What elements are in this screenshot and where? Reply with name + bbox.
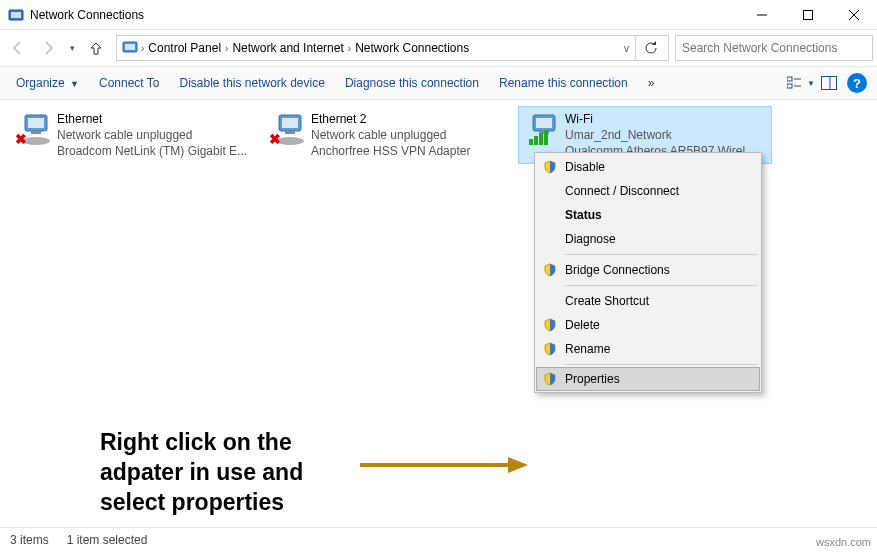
up-button[interactable] xyxy=(82,34,110,62)
menu-item-bridge-connections[interactable]: Bridge Connections xyxy=(537,258,759,282)
adapter-device: Broadcom NetLink (TM) Gigabit E... xyxy=(57,143,257,159)
breadcrumb-item[interactable]: Network Connections xyxy=(351,41,473,55)
svg-rect-25 xyxy=(529,139,533,145)
view-options-button[interactable]: ▼ xyxy=(787,69,815,97)
help-button[interactable]: ? xyxy=(843,69,871,97)
adapter-status: Network cable unplugged xyxy=(311,127,511,143)
content-area: ✖ Ethernet Network cable unplugged Broad… xyxy=(0,100,877,527)
blank-icon xyxy=(541,182,559,200)
ethernet-adapter-icon: ✖ xyxy=(17,111,53,147)
minimize-button[interactable] xyxy=(739,0,785,30)
menu-item-properties[interactable]: Properties xyxy=(536,367,760,391)
command-bar: Organize ▼ Connect To Disable this netwo… xyxy=(0,66,877,100)
address-dropdown[interactable]: v xyxy=(618,43,635,54)
network-adapter-item[interactable]: ✖ Ethernet 2 Network cable unplugged Anc… xyxy=(264,106,518,164)
preview-pane-button[interactable] xyxy=(815,69,843,97)
forward-button[interactable] xyxy=(34,34,62,62)
item-count: 3 items xyxy=(10,533,49,547)
menu-item-diagnose[interactable]: Diagnose xyxy=(537,227,759,251)
watermark: wsxdn.com xyxy=(816,536,871,548)
svg-rect-15 xyxy=(28,118,44,128)
breadcrumb-item[interactable]: Network and Internet xyxy=(228,41,347,55)
status-bar: 3 items 1 item selected xyxy=(0,527,877,552)
menu-item-rename[interactable]: Rename xyxy=(537,337,759,361)
menu-item-label: Status xyxy=(565,208,751,222)
adapter-status: Network cable unplugged xyxy=(57,127,257,143)
menu-item-label: Connect / Disconnect xyxy=(565,184,751,198)
menu-item-label: Delete xyxy=(565,318,751,332)
adapter-name: Wi-Fi xyxy=(565,111,765,127)
control-panel-icon xyxy=(121,38,139,59)
svg-rect-1 xyxy=(11,12,21,18)
svg-rect-8 xyxy=(787,77,792,81)
svg-rect-9 xyxy=(787,84,792,88)
address-bar-row: ▾ › Control Panel › Network and Internet… xyxy=(0,30,877,66)
svg-rect-27 xyxy=(539,133,543,145)
menu-separator xyxy=(565,254,757,255)
back-button[interactable] xyxy=(4,34,32,62)
annotation-text: Right click on the adpater in use and se… xyxy=(100,428,303,518)
shield-icon xyxy=(541,370,559,388)
ethernet-adapter-icon: ✖ xyxy=(271,111,307,147)
menu-separator xyxy=(565,285,757,286)
menu-item-connect-disconnect[interactable]: Connect / Disconnect xyxy=(537,179,759,203)
adapter-name: Ethernet 2 xyxy=(311,111,511,127)
menu-item-label: Disable xyxy=(565,160,751,174)
menu-item-label: Properties xyxy=(565,372,751,386)
maximize-button[interactable] xyxy=(785,0,831,30)
wifi-adapter-icon xyxy=(525,111,561,147)
menu-item-delete[interactable]: Delete xyxy=(537,313,759,337)
recent-dropdown[interactable]: ▾ xyxy=(64,34,80,62)
adapter-status: Umar_2nd_Network xyxy=(565,127,765,143)
blank-icon xyxy=(541,292,559,310)
unplugged-x-icon: ✖ xyxy=(269,131,281,147)
annotation-arrow xyxy=(360,455,530,478)
svg-rect-16 xyxy=(31,131,41,134)
menu-item-status[interactable]: Status xyxy=(537,203,759,227)
menu-item-create-shortcut[interactable]: Create Shortcut xyxy=(537,289,759,313)
menu-item-label: Bridge Connections xyxy=(565,263,751,277)
svg-marker-30 xyxy=(508,457,528,473)
shield-icon xyxy=(541,316,559,334)
search-placeholder: Search Network Connections xyxy=(682,41,837,55)
svg-rect-26 xyxy=(534,136,538,145)
menu-item-label: Rename xyxy=(565,342,751,356)
svg-rect-20 xyxy=(285,131,295,134)
blank-icon xyxy=(541,206,559,224)
blank-icon xyxy=(541,230,559,248)
adapter-name: Ethernet xyxy=(57,111,257,127)
svg-rect-23 xyxy=(536,118,552,128)
shield-icon xyxy=(541,158,559,176)
breadcrumb-item[interactable]: Control Panel xyxy=(144,41,225,55)
disable-device-button[interactable]: Disable this network device xyxy=(169,72,334,94)
connect-to-button[interactable]: Connect To xyxy=(89,72,170,94)
svg-rect-28 xyxy=(544,130,548,145)
app-icon xyxy=(8,7,24,23)
window-title: Network Connections xyxy=(30,8,144,22)
rename-button[interactable]: Rename this connection xyxy=(489,72,638,94)
svg-rect-12 xyxy=(822,77,837,90)
svg-rect-3 xyxy=(804,10,813,19)
refresh-button[interactable] xyxy=(635,36,666,60)
shield-icon xyxy=(541,340,559,358)
unplugged-x-icon: ✖ xyxy=(15,131,27,147)
adapter-device: Anchorfree HSS VPN Adapter xyxy=(311,143,511,159)
menu-item-disable[interactable]: Disable xyxy=(537,155,759,179)
diagnose-button[interactable]: Diagnose this connection xyxy=(335,72,489,94)
menu-item-label: Create Shortcut xyxy=(565,294,751,308)
search-input[interactable]: Search Network Connections xyxy=(675,35,873,61)
shield-icon xyxy=(541,261,559,279)
more-commands-button[interactable]: » xyxy=(638,72,665,94)
menu-separator xyxy=(565,364,757,365)
context-menu: Disable Connect / Disconnect Status Diag… xyxy=(534,152,762,393)
svg-rect-19 xyxy=(282,118,298,128)
close-button[interactable] xyxy=(831,0,877,30)
network-adapter-item[interactable]: ✖ Ethernet Network cable unplugged Broad… xyxy=(10,106,264,164)
menu-item-label: Diagnose xyxy=(565,232,751,246)
title-bar: Network Connections xyxy=(0,0,877,30)
selection-count: 1 item selected xyxy=(67,533,148,547)
address-bar[interactable]: › Control Panel › Network and Internet ›… xyxy=(116,35,669,61)
organize-button[interactable]: Organize ▼ xyxy=(6,72,89,94)
svg-rect-7 xyxy=(125,44,135,50)
